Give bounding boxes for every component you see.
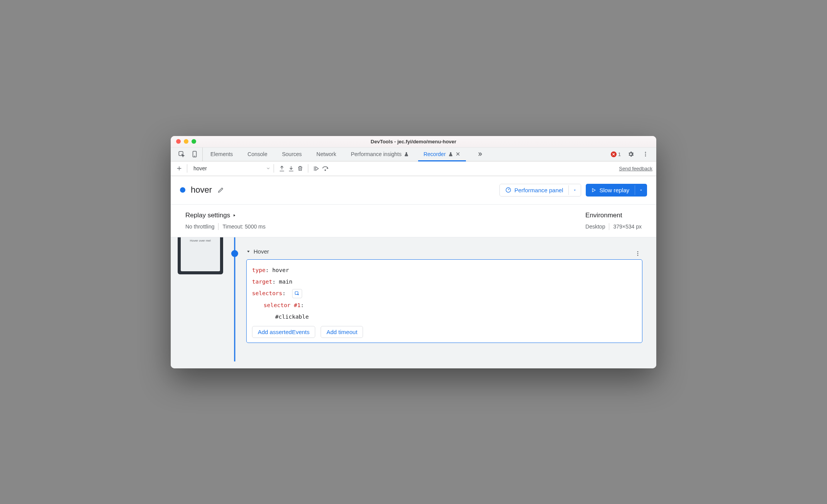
replay-settings-toggle[interactable]: Replay settings [185, 212, 266, 219]
recorder-toolbar: hover Send feedback [171, 161, 656, 176]
minimize-window-button[interactable] [184, 139, 188, 144]
svg-point-5 [645, 155, 646, 156]
throttling-value: No throttling [185, 223, 214, 230]
device-toggle-icon[interactable] [190, 150, 199, 159]
svg-point-3 [645, 152, 646, 153]
tab-recorder[interactable]: Recorder ✕ [424, 148, 461, 161]
step-target-row[interactable]: target: main [252, 276, 637, 287]
inspect-icon[interactable] [177, 150, 186, 159]
export-icon[interactable] [277, 164, 286, 173]
svg-point-12 [637, 253, 639, 254]
window-title: DevTools - jec.fyi/demo/menu-hover [171, 139, 656, 144]
tab-network[interactable]: Network [316, 148, 336, 161]
maximize-window-button[interactable] [192, 139, 196, 144]
play-icon [591, 188, 596, 193]
step-title: Hover [254, 248, 269, 255]
svg-point-4 [645, 154, 646, 155]
gauge-icon [505, 187, 511, 193]
svg-point-11 [637, 251, 639, 252]
edit-name-icon[interactable] [216, 185, 225, 195]
flask-icon [404, 152, 409, 157]
timeline-line [223, 237, 246, 361]
import-icon[interactable] [286, 164, 296, 173]
step-kebab-menu-icon[interactable] [633, 249, 642, 258]
recording-select[interactable]: hover [193, 165, 271, 171]
continue-icon[interactable] [311, 164, 321, 173]
chevron-down-icon [266, 166, 271, 171]
tab-performance-insights[interactable]: Performance insights [351, 148, 409, 161]
step-thumbnail: Hover over me! [178, 237, 223, 361]
selector-1-row[interactable]: selector #1: [252, 299, 637, 311]
step-over-icon[interactable] [321, 164, 330, 173]
chevron-right-icon [232, 213, 236, 217]
add-recording-icon[interactable] [175, 164, 184, 173]
timeline-dot [231, 250, 238, 257]
slow-replay-button[interactable]: Slow replay [586, 184, 647, 197]
error-icon: ✕ [611, 151, 617, 157]
send-feedback-link[interactable]: Send feedback [619, 166, 652, 171]
devtools-window: DevTools - jec.fyi/demo/menu-hover Eleme… [171, 136, 656, 368]
device-value: Desktop [585, 223, 605, 230]
delete-icon[interactable] [296, 164, 305, 173]
close-tab-icon[interactable]: ✕ [456, 151, 461, 158]
error-badge[interactable]: ✕ 1 [611, 151, 621, 157]
timeout-value: Timeout: 5000 ms [222, 223, 266, 230]
add-timeout-button[interactable]: Add timeout [321, 326, 363, 338]
dimensions-value: 379×534 px [613, 223, 642, 230]
step-type-row[interactable]: type: hover [252, 264, 637, 276]
selector-1-value[interactable]: #clickable [252, 311, 637, 323]
recording-status-dot [180, 187, 185, 193]
panel-tabbar: Elements Console Sources Network Perform… [171, 148, 656, 161]
steps-content: Hover over me! Hover type: ho [171, 237, 656, 368]
svg-point-9 [325, 170, 326, 170]
chevron-down-icon [246, 249, 250, 254]
svg-point-13 [637, 255, 639, 256]
tab-sources[interactable]: Sources [282, 148, 302, 161]
more-tabs-icon[interactable] [475, 150, 484, 159]
close-window-button[interactable] [176, 139, 181, 144]
recording-name: hover [191, 185, 212, 195]
step-details-box: type: hover target: main selectors: sele… [246, 259, 642, 343]
kebab-menu-icon[interactable] [641, 150, 650, 159]
element-picker-icon[interactable] [292, 289, 302, 298]
tab-elements[interactable]: Elements [210, 148, 233, 161]
performance-panel-button[interactable]: Performance panel [499, 184, 582, 197]
settings-row: Replay settings No throttling Timeout: 5… [171, 205, 656, 237]
settings-gear-icon[interactable] [626, 150, 635, 159]
tab-console[interactable]: Console [247, 148, 267, 161]
recording-header: hover Performance panel [171, 176, 656, 205]
thumbnail-text: Hover over me! [181, 237, 220, 271]
environment-title: Environment [585, 212, 642, 219]
chevron-down-icon[interactable] [568, 185, 581, 195]
titlebar: DevTools - jec.fyi/demo/menu-hover [171, 136, 656, 148]
step-selectors-row[interactable]: selectors: [252, 287, 637, 299]
traffic-lights [171, 139, 196, 144]
error-count: 1 [618, 151, 621, 157]
chevron-down-icon[interactable] [635, 185, 647, 195]
add-asserted-events-button[interactable]: Add assertedEvents [252, 326, 315, 338]
flask-icon [448, 152, 453, 157]
step-header[interactable]: Hover [246, 248, 649, 255]
